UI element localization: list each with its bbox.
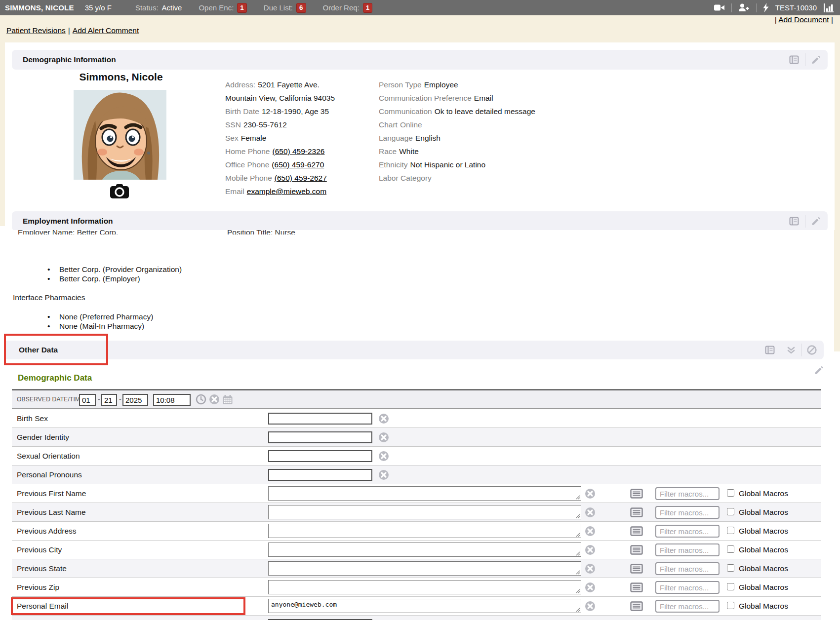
filter-macros-input[interactable]: [655, 600, 720, 613]
field-textarea[interactable]: [268, 486, 581, 501]
patient-photo: [74, 90, 166, 180]
clear-icon[interactable]: [378, 469, 389, 482]
info-line: Mobile Phone(650) 459-2627: [225, 171, 335, 185]
filter-macros-input[interactable]: [655, 581, 720, 594]
add-alert-comment-link[interactable]: Add Alert Comment: [73, 26, 139, 35]
pharmacy-item: None (Preferred Pharmacy): [38, 312, 153, 321]
field-input[interactable]: [268, 469, 372, 481]
global-macros-label: Global Macros: [739, 508, 788, 517]
clear-icon[interactable]: [585, 563, 596, 576]
field-input[interactable]: [268, 450, 372, 462]
filter-macros-input[interactable]: [655, 562, 720, 575]
table-row: Previous City Global Macros: [12, 541, 821, 559]
document-icon[interactable]: [789, 55, 800, 65]
section-title: Employment Information: [19, 217, 113, 226]
edit-pencil-icon[interactable]: [811, 55, 821, 65]
clear-icon[interactable]: [378, 432, 389, 445]
global-macros-checkbox[interactable]: [727, 602, 734, 609]
observed-year-input[interactable]: [122, 394, 148, 406]
clear-icon[interactable]: [585, 601, 596, 614]
clear-icon[interactable]: [378, 413, 389, 426]
field-input[interactable]: [268, 413, 372, 425]
clear-icon[interactable]: [585, 582, 596, 595]
contact-link[interactable]: example@mieweb.com: [247, 187, 326, 195]
field-label: Previous Last Name: [17, 508, 86, 517]
calendar-icon[interactable]: [222, 394, 233, 405]
demographics-card: Demographic Information Simmons, Nicole: [5, 42, 835, 230]
person-add-icon[interactable]: [738, 3, 750, 12]
field-label: Communication: [379, 107, 432, 116]
patient-display-name: Simmons, Nicole: [72, 71, 170, 83]
field-textarea[interactable]: [268, 505, 581, 519]
field-textarea[interactable]: [268, 524, 581, 538]
macro-list-icon[interactable]: [630, 582, 643, 594]
edit-pencil-icon[interactable]: [814, 365, 824, 377]
info-line: Communication PreferenceEmail: [379, 91, 535, 105]
filter-macros-input[interactable]: [655, 543, 720, 556]
collapse-double-chevron-icon[interactable]: [787, 346, 796, 354]
add-document-link[interactable]: Add Document: [778, 15, 829, 24]
field-textarea[interactable]: [268, 542, 581, 557]
macro-list-icon[interactable]: [630, 507, 643, 519]
order-req-badge[interactable]: 1: [363, 3, 373, 13]
global-macros-checkbox[interactable]: [727, 508, 734, 515]
info-line: SSN230-55-7612: [225, 118, 335, 131]
info-line: EthnicityNot Hispanic or Latino: [379, 158, 535, 171]
filter-macros-input[interactable]: [655, 487, 720, 500]
field-label: Race: [379, 147, 397, 155]
macro-list-icon[interactable]: [630, 564, 643, 576]
filter-macros-input[interactable]: [655, 506, 720, 519]
global-macros-checkbox[interactable]: [727, 583, 734, 590]
filter-macros-input[interactable]: [655, 525, 720, 538]
camera-icon[interactable]: [110, 184, 129, 201]
edit-pencil-icon[interactable]: [811, 216, 821, 226]
clear-icon[interactable]: [585, 507, 596, 520]
global-macros-checkbox[interactable]: [727, 489, 734, 497]
info-line: Labor Category: [379, 171, 535, 185]
table-row: Sexual Orientation: [12, 447, 821, 465]
clear-icon[interactable]: [378, 451, 389, 464]
chart-id: TEST-10030: [775, 3, 817, 12]
document-icon[interactable]: [789, 217, 800, 226]
document-icon[interactable]: [765, 346, 775, 355]
contact-link[interactable]: (650) 459-2627: [275, 174, 327, 182]
contact-link[interactable]: (650) 459-2326: [272, 147, 324, 155]
field-label: Ethnicity: [379, 160, 408, 169]
video-camera-icon[interactable]: [714, 4, 725, 11]
macro-list-icon[interactable]: [630, 545, 643, 557]
clock-icon[interactable]: [196, 394, 206, 405]
macro-list-icon[interactable]: [630, 526, 643, 538]
date-separator: -: [119, 395, 121, 403]
open-enc-badge[interactable]: 1: [237, 3, 247, 13]
global-macros-checkbox[interactable]: [727, 527, 734, 534]
global-macros-checkbox[interactable]: [727, 545, 734, 553]
table-row: Personal Email Global Macros: [12, 597, 821, 616]
contact-link[interactable]: (650) 459-6270: [272, 160, 324, 169]
field-label: Office Phone: [225, 160, 269, 169]
observed-datetime-label: OBSERVED DATE/TIME:: [17, 396, 86, 403]
clear-icon[interactable]: [585, 526, 596, 539]
field-label: Email: [225, 187, 244, 195]
field-label: Mobile Phone: [225, 174, 272, 182]
field-textarea[interactable]: [268, 580, 581, 594]
global-macros-checkbox[interactable]: [727, 564, 734, 572]
observed-day-input[interactable]: [101, 394, 117, 406]
clear-icon[interactable]: [585, 488, 596, 501]
observed-month-input[interactable]: [79, 394, 96, 406]
field-value: Female: [241, 134, 267, 142]
observed-datetime-row: OBSERVED DATE/TIME: - -: [12, 390, 821, 409]
disable-icon[interactable]: [807, 345, 817, 355]
patient-revisions-link[interactable]: Patient Revisions: [6, 26, 66, 35]
observed-time-input[interactable]: [153, 394, 191, 406]
field-input[interactable]: [268, 431, 372, 443]
macro-list-icon[interactable]: [630, 601, 643, 613]
macro-list-icon[interactable]: [630, 489, 643, 501]
field-textarea[interactable]: [268, 561, 581, 576]
clear-icon[interactable]: [209, 394, 220, 405]
field-textarea[interactable]: [268, 599, 581, 613]
table-row: Previous First Name Global Macros: [12, 484, 821, 503]
lightning-bolt-icon[interactable]: [763, 3, 769, 12]
due-list-badge[interactable]: 6: [296, 3, 306, 13]
bar-chart-icon[interactable]: [823, 3, 835, 12]
clear-icon[interactable]: [585, 544, 596, 557]
